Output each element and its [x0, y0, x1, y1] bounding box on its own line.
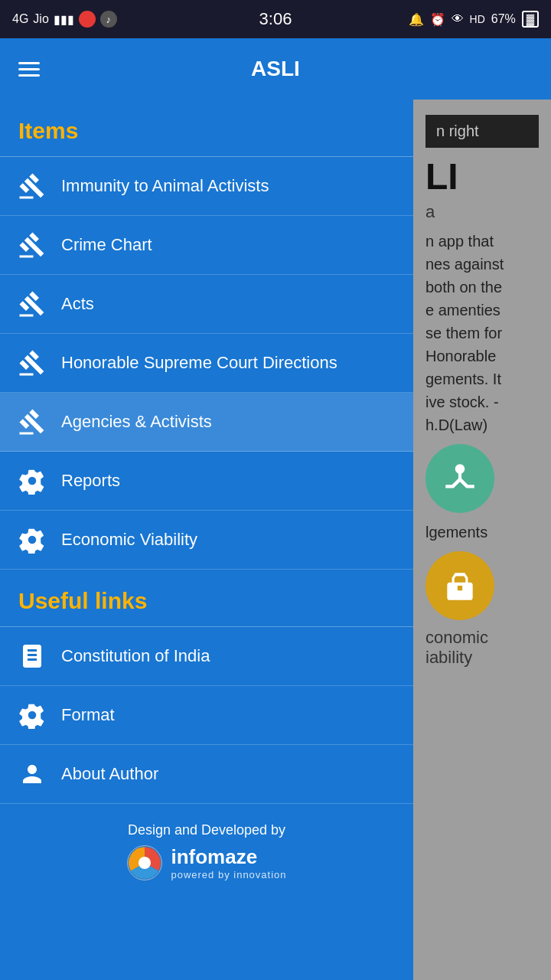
- sidebar-item-format[interactable]: Format: [0, 686, 413, 745]
- items-section-title: Items: [0, 100, 413, 156]
- status-bar: 4G Jio ▮▮▮ ● ♪ 3:06 🔔 ⏰ 👁 HD 67% ▓: [0, 0, 551, 38]
- hamburger-button[interactable]: [18, 62, 40, 77]
- acts-label: Acts: [61, 294, 395, 314]
- about-author-label: About Author: [61, 764, 395, 784]
- acknowledgements-text: lgements: [425, 521, 539, 544]
- infomaze-wheel-icon: [126, 844, 163, 881]
- economic-viability-label: Economic Viability: [61, 530, 395, 550]
- signal-icon: 4G: [12, 12, 28, 26]
- sidebar-item-immunity[interactable]: Immunity to Animal Activists: [0, 157, 413, 216]
- gavel-icon-immunity: [18, 172, 46, 200]
- settings-icon-economic: [18, 526, 46, 554]
- sidebar-item-agencies-activists[interactable]: Agencies & Activists: [0, 393, 413, 452]
- alarm-icon: ⏰: [430, 12, 445, 27]
- gavel-icon-supreme-court: [18, 349, 46, 377]
- format-label: Format: [61, 705, 395, 725]
- gavel-icon-agencies: [18, 408, 46, 436]
- settings-icon-format: [18, 701, 46, 729]
- infomaze-logo: infomaze powered by innovation: [18, 844, 395, 881]
- battery-label: 67%: [491, 12, 516, 26]
- eye-icon: 👁: [452, 12, 464, 26]
- infomaze-company-name: infomaze: [171, 845, 257, 869]
- svg-point-1: [139, 857, 151, 869]
- settings-icon-reports: [18, 467, 46, 495]
- data-icon: ●: [79, 11, 96, 28]
- time-display: 3:06: [259, 9, 292, 29]
- sidebar: Items Immunity to Animal Activists Crime…: [0, 100, 413, 980]
- signal-bars: ▮▮▮: [54, 12, 74, 27]
- person-icon-about-author: [18, 760, 46, 788]
- economic-label: conomic iability: [425, 628, 539, 668]
- constitution-label: Constitution of India: [61, 646, 395, 666]
- right-body-text: n app that nes against both on the e ame…: [425, 230, 539, 436]
- status-left: 4G Jio ▮▮▮ ● ♪: [12, 11, 117, 28]
- immunity-label: Immunity to Animal Activists: [61, 176, 395, 196]
- carrier-icon: Jio: [33, 12, 48, 26]
- right-content-panel: n right LI a n app that nes against both…: [413, 100, 551, 980]
- sidebar-item-constitution[interactable]: Constitution of India: [0, 627, 413, 686]
- sidebar-item-acts[interactable]: Acts: [0, 275, 413, 334]
- app-title: ASLI: [251, 57, 300, 81]
- reports-label: Reports: [61, 471, 395, 491]
- bottle-svg: [441, 567, 479, 605]
- hd-icon: HD: [470, 13, 485, 25]
- status-right: 🔔 ⏰ 👁 HD 67% ▓: [409, 11, 539, 28]
- right-dark-text: n right: [425, 115, 539, 148]
- app-bar: ASLI: [0, 38, 551, 100]
- infomaze-tagline: powered by innovation: [171, 869, 286, 880]
- battery-icon: ▓: [522, 11, 539, 28]
- sidebar-item-reports[interactable]: Reports: [0, 452, 413, 511]
- gavel-icon-crime-chart: [18, 231, 46, 259]
- right-subtitle: a: [425, 202, 539, 222]
- agencies-activists-label: Agencies & Activists: [61, 412, 395, 432]
- book-icon-constitution: [18, 642, 46, 670]
- sidebar-item-crime-chart[interactable]: Crime Chart: [0, 216, 413, 275]
- silent-icon: 🔔: [409, 12, 424, 27]
- sidebar-item-about-author[interactable]: About Author: [0, 745, 413, 804]
- designed-by-text: Design and Developed by: [18, 822, 395, 838]
- sidebar-item-supreme-court[interactable]: Honorable Supreme Court Directions: [0, 334, 413, 393]
- scales-icon-circle: [425, 444, 494, 513]
- sidebar-item-economic-viability[interactable]: Economic Viability: [0, 511, 413, 570]
- main-container: Items Immunity to Animal Activists Crime…: [0, 100, 551, 980]
- sidebar-footer: Design and Developed by infomaze powered…: [0, 804, 413, 900]
- infomaze-text: infomaze powered by innovation: [171, 845, 286, 880]
- crime-chart-label: Crime Chart: [61, 235, 395, 255]
- gavel-icon-acts: [18, 290, 46, 318]
- economic-icon-circle: [425, 551, 494, 620]
- right-title: LI: [425, 155, 539, 198]
- useful-links-section-title: Useful links: [0, 570, 413, 626]
- scales-svg: [441, 459, 479, 498]
- music-icon: ♪: [100, 11, 117, 28]
- supreme-court-label: Honorable Supreme Court Directions: [61, 353, 395, 373]
